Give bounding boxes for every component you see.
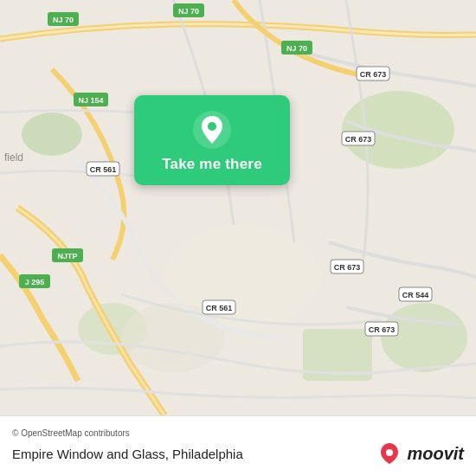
take-me-there-card[interactable]: Take me there: [134, 95, 290, 185]
svg-text:NJ 154: NJ 154: [78, 96, 103, 105]
moovit-logo: moovit: [377, 441, 464, 466]
moovit-brand-label: moovit: [407, 444, 464, 464]
svg-text:NJ 70: NJ 70: [178, 7, 199, 16]
svg-point-36: [208, 122, 216, 131]
bottom-bar: © OpenStreetMap contributors Empire Wind…: [0, 415, 476, 476]
svg-text:field: field: [4, 151, 23, 164]
svg-text:CR 673: CR 673: [369, 325, 396, 334]
svg-text:NJ 70: NJ 70: [53, 16, 74, 24]
take-me-there-label: Take me there: [162, 156, 262, 173]
map-svg: NJ 70 NJ 70 NJ 70 NJ 154 CR 673 CR 673 C…: [0, 0, 476, 415]
svg-text:CR 673: CR 673: [334, 263, 361, 272]
svg-text:CR 544: CR 544: [402, 291, 429, 299]
svg-text:CR 561: CR 561: [206, 304, 233, 312]
svg-text:CR 673: CR 673: [360, 70, 387, 79]
bottom-row: Empire Window and Glass, Philadelphia mo…: [12, 441, 464, 466]
svg-point-2: [381, 303, 467, 372]
svg-point-3: [22, 113, 82, 156]
place-name: Empire Window and Glass, Philadelphia: [12, 447, 243, 461]
moovit-pin-icon: [377, 441, 402, 466]
svg-text:J 295: J 295: [25, 278, 45, 286]
svg-text:CR 673: CR 673: [345, 135, 372, 144]
map: NJ 70 NJ 70 NJ 70 NJ 154 CR 673 CR 673 C…: [0, 0, 476, 415]
svg-text:NJTP: NJTP: [57, 252, 77, 261]
attribution-text: © OpenStreetMap contributors: [12, 428, 464, 438]
svg-point-37: [386, 449, 393, 456]
location-pin-icon: [193, 111, 231, 149]
svg-text:CR 561: CR 561: [90, 165, 117, 174]
svg-point-1: [342, 91, 454, 169]
svg-text:NJ 70: NJ 70: [286, 44, 307, 53]
